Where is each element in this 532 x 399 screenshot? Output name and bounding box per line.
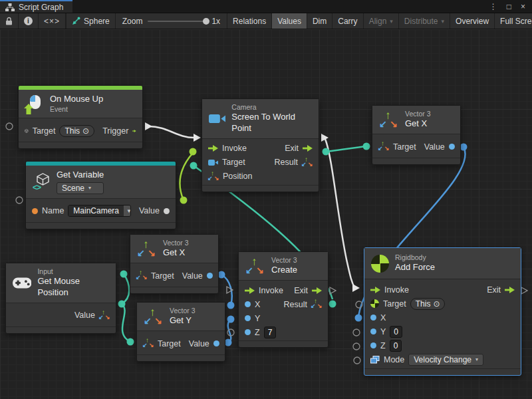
name-port[interactable] [32, 208, 38, 214]
overview-button[interactable]: Overview [450, 13, 495, 29]
vector3-icon: ↑↙↘ [137, 240, 157, 258]
node-header: Input Get Mouse Position [6, 263, 116, 303]
distribute-label: Distribute [404, 17, 438, 26]
exit-port[interactable] [312, 287, 322, 294]
exit-label: Exit [285, 144, 299, 153]
distribute-button: Distribute ▾ [399, 13, 450, 29]
target-label: Target [158, 339, 181, 348]
code-view-button[interactable]: <×> [39, 13, 66, 29]
node-header: ↑↙↘ Vector 3 Create [239, 252, 328, 281]
node-add-force[interactable]: Rigidbody Add Force Invoke Exit Target T… [364, 247, 521, 376]
zoom-slider-handle[interactable] [203, 18, 209, 25]
y-value-field[interactable]: 0 [390, 326, 402, 338]
camera-icon [209, 113, 225, 124]
node-title: Get Y [170, 315, 196, 327]
mouse-up-icon [25, 95, 44, 113]
camera-port[interactable] [208, 160, 218, 166]
result-label: Result [284, 300, 307, 309]
maximize-icon[interactable]: □ [507, 2, 511, 11]
node-title: On Mouse Up [50, 94, 103, 105]
exit-port[interactable] [303, 145, 313, 152]
node-get-x-right[interactable]: ↑↙↘ Vector 3 Get X ↑↙↘ Target Value [372, 105, 461, 165]
target-object-picker[interactable]: This ⊙ [59, 125, 94, 137]
result-port[interactable]: ↑↙↘ [302, 158, 313, 168]
target-port[interactable]: ↑↙↘ [143, 338, 154, 348]
carry-button[interactable]: Carry [332, 13, 363, 29]
node-get-y[interactable]: ↑↙↘ Vector 3 Get Y ↑↙↘ Target Value [136, 302, 225, 362]
x-port[interactable] [370, 315, 376, 321]
node-title: Add Force [395, 262, 435, 273]
lock-button[interactable] [0, 13, 19, 29]
node-footer [364, 368, 521, 375]
force-mode-icon[interactable] [370, 356, 380, 364]
target-port[interactable]: ↑↙↘ [136, 271, 147, 281]
info-icon: i [24, 17, 33, 25]
target-object-picker[interactable]: This ⊙ [410, 298, 446, 310]
window-controls: ⋮ □ × [489, 0, 532, 13]
relations-button[interactable]: Relations [227, 13, 272, 29]
trigger-port[interactable] [132, 128, 136, 134]
value-port[interactable]: ↑↙↘ [99, 311, 110, 321]
trigger-label: Trigger [102, 126, 128, 136]
node-header: Rigidbody Add Force [364, 248, 521, 279]
z-port[interactable] [245, 329, 251, 335]
y-label: Y [380, 327, 386, 336]
value-port[interactable] [207, 273, 213, 279]
variable-name-dropdown[interactable]: MainCamera ▼ [68, 205, 131, 217]
y-port[interactable] [245, 315, 251, 321]
node-get-variable[interactable]: <> Get Variable Scene ▾ Name MainCamera … [25, 161, 176, 229]
x-label: X [380, 313, 386, 323]
node-header: <> Get Variable Scene ▾ [26, 166, 176, 199]
value-port[interactable] [449, 144, 455, 150]
node-title: Get Variable [57, 170, 104, 181]
chevron-down-icon: ▾ [475, 356, 478, 362]
target-port[interactable]: ↑↙↘ [378, 142, 389, 152]
object-picker-icon: ⊙ [433, 299, 440, 309]
inspect-button[interactable]: i [19, 13, 39, 29]
values-button[interactable]: Values [272, 13, 307, 29]
value-label: Value [139, 206, 160, 215]
svg-text:<>: <> [33, 183, 41, 191]
exit-port[interactable] [505, 287, 515, 293]
value-port[interactable] [164, 208, 170, 214]
graph-pointer-icon [72, 17, 80, 25]
position-port[interactable]: ↑↙↘ [208, 172, 219, 182]
variable-scope-dropdown[interactable]: Scene ▾ [57, 182, 104, 194]
node-screen-to-world-point[interactable]: Camera Screen To World Point Invoke Exit… [201, 98, 319, 192]
tab-script-graph[interactable]: Script Graph [0, 0, 72, 13]
graph-pointer-button[interactable]: Sphere [66, 13, 116, 29]
dim-button[interactable]: Dim [307, 13, 332, 29]
node-category: Vector 3 [405, 110, 431, 118]
force-mode-dropdown[interactable]: Velocity Change ▾ [408, 354, 483, 366]
gameobject-cube-icon[interactable] [25, 126, 29, 136]
value-port[interactable] [213, 340, 219, 346]
close-icon[interactable]: × [521, 2, 525, 11]
zoom-slider[interactable] [148, 21, 206, 22]
fullscreen-button[interactable]: Full Screen [495, 13, 532, 29]
invoke-port[interactable] [208, 145, 218, 152]
z-value-field[interactable]: 7 [264, 327, 277, 338]
node-footer [130, 287, 218, 293]
tab-bar: Script Graph ⋮ □ × [0, 0, 532, 13]
result-port[interactable]: ↑↙↘ [311, 299, 322, 309]
node-title: Get Mouse Position [37, 276, 109, 299]
force-mode-value: Velocity Change [414, 355, 471, 364]
z-value-field[interactable]: 0 [390, 340, 402, 352]
relations-label: Relations [233, 17, 266, 26]
graph-toolbar: i <×> Sphere Zoom 1x Relations Values Di… [0, 13, 532, 29]
graph-icon [5, 3, 15, 11]
invoke-port[interactable] [245, 287, 255, 294]
node-vector3-create[interactable]: ↑↙↘ Vector 3 Create Invoke Exit X Result… [238, 251, 329, 348]
node-on-mouse-up[interactable]: On Mouse Up Event Target This ⊙ Trigger [18, 85, 143, 149]
node-title: Get X [405, 118, 431, 130]
node-get-mouse-position[interactable]: Input Get Mouse Position Value ↑↙↘ [5, 263, 116, 334]
invoke-port[interactable] [370, 287, 380, 293]
node-category: Camera [231, 103, 312, 112]
z-port[interactable] [370, 342, 376, 348]
y-port[interactable] [370, 329, 376, 334]
x-port[interactable] [245, 301, 251, 307]
more-menu-icon[interactable]: ⋮ [489, 2, 497, 11]
node-get-x-left[interactable]: ↑↙↘ Vector 3 Get X ↑↙↘ Target Value [130, 234, 219, 294]
pointer-target-label: Sphere [84, 17, 110, 26]
rigidbody-port[interactable] [370, 299, 379, 308]
